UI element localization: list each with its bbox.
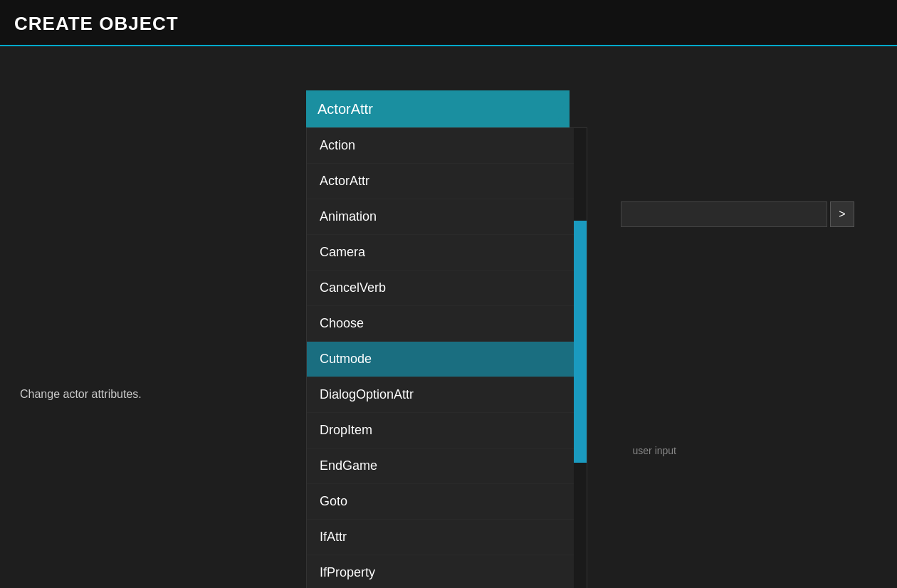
dropdown-item-endgame[interactable]: EndGame (307, 448, 575, 484)
dropdown-item-choose[interactable]: Choose (307, 306, 575, 342)
object-name-input[interactable] (621, 201, 827, 227)
dropdown-item-dialogoptionattr[interactable]: DialogOptionAttr (307, 377, 575, 413)
dropdown-item-animation[interactable]: Animation (307, 199, 575, 235)
dropdown-item-actorattr[interactable]: ActorAttr (307, 164, 575, 199)
dropdown-item-cancelverb[interactable]: CancelVerb (307, 271, 575, 306)
dropdown-container: ActorAttr Action ActorAttr Animation Cam… (306, 90, 587, 588)
scrollbar-thumb[interactable] (574, 221, 587, 463)
dropdown-item-dropitem[interactable]: DropItem (307, 413, 575, 448)
input-area: > (621, 201, 854, 227)
dropdown-item-cutmode[interactable]: Cutmode (307, 342, 575, 377)
main-content: Change actor attributes. > user input Ac… (0, 46, 897, 588)
user-input-label: user input (633, 445, 676, 456)
confirm-button[interactable]: > (830, 201, 854, 227)
dropdown-item-action[interactable]: Action (307, 128, 575, 164)
dropdown-item-camera[interactable]: Camera (307, 235, 575, 271)
page-title: CREATE OBJECT (0, 0, 897, 46)
dropdown-selected[interactable]: ActorAttr (306, 90, 570, 127)
dropdown-list-wrapper: Action ActorAttr Animation Camera Cancel… (307, 128, 587, 588)
scrollbar-track[interactable] (574, 128, 587, 588)
dropdown-item-ifattr[interactable]: IfAttr (307, 520, 575, 555)
description-text: Change actor attributes. (20, 388, 142, 401)
dropdown-items-container: Action ActorAttr Animation Camera Cancel… (307, 128, 575, 588)
dropdown-list: Action ActorAttr Animation Camera Cancel… (306, 127, 587, 588)
dropdown-item-ifproperty[interactable]: IfProperty (307, 555, 575, 588)
dropdown-item-goto[interactable]: Goto (307, 484, 575, 520)
